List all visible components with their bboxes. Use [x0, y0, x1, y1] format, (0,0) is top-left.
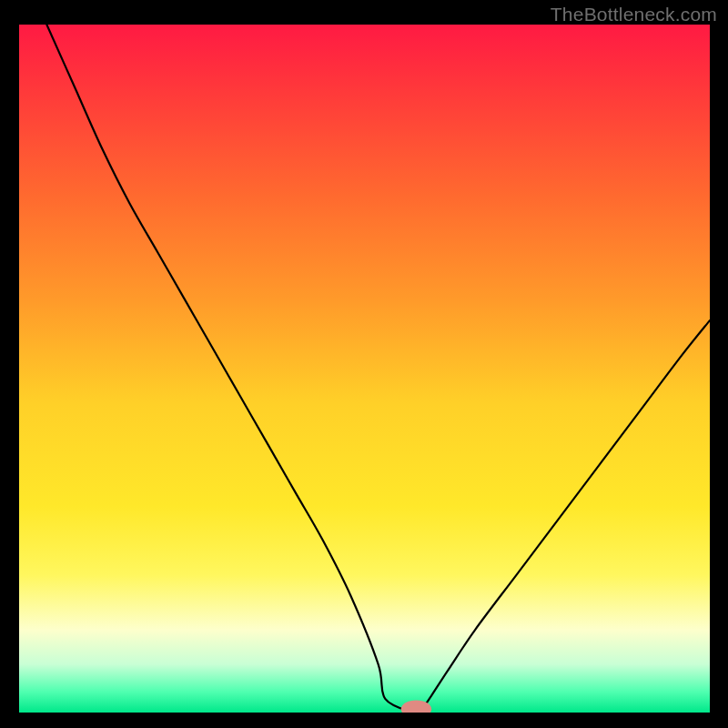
gradient-bg: [19, 25, 710, 713]
watermark-text: TheBottleneck.com: [551, 4, 717, 25]
bottleneck-chart: [19, 25, 710, 713]
plot-area: [19, 25, 710, 713]
chart-frame: TheBottleneck.com: [0, 0, 728, 728]
